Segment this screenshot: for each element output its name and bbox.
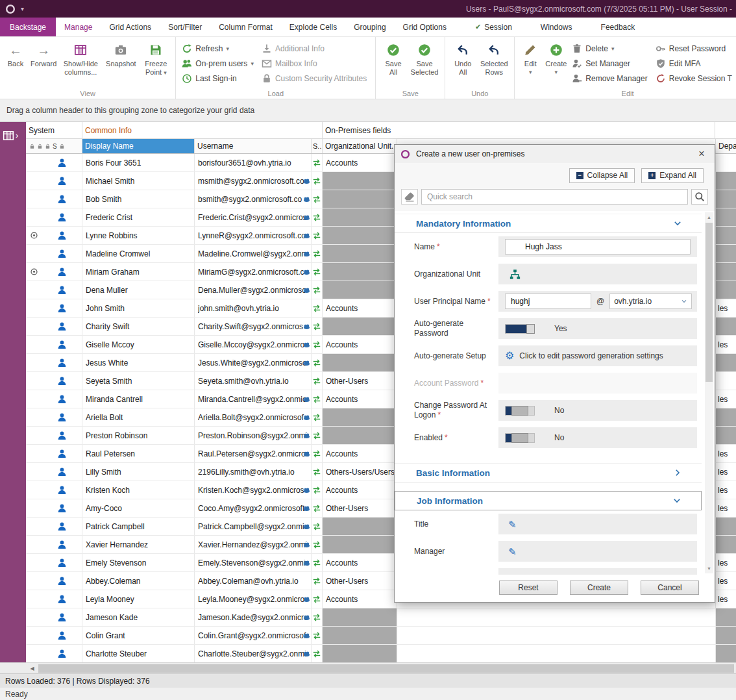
- upn-domain-select[interactable]: ovh.ytria.io: [609, 294, 692, 309]
- tab-manage[interactable]: Manage: [56, 18, 101, 36]
- org-unit-cell[interactable]: [323, 427, 397, 444]
- search-button[interactable]: [691, 189, 708, 205]
- username-cell[interactable]: Ariella.Bolt@sygx2.onmicrosof: [195, 408, 312, 426]
- org-unit-cell[interactable]: [323, 354, 397, 371]
- section-header-job-information[interactable]: Job Information: [395, 491, 702, 510]
- org-unit-cell[interactable]: [323, 518, 397, 535]
- grouping-zone[interactable]: Drag a column header to this grouping zo…: [0, 99, 736, 122]
- enabled-toggle[interactable]: [505, 433, 535, 443]
- forward-button[interactable]: →Forward: [28, 38, 59, 88]
- display-name-cell[interactable]: Preston Robinson: [82, 427, 195, 444]
- change-password-toggle[interactable]: [505, 406, 535, 416]
- tab-column-format[interactable]: Column Format: [210, 18, 281, 36]
- username-cell[interactable]: john.smith@ovh.ytria.io: [195, 299, 312, 317]
- username-cell[interactable]: Raul.Petersen@sygx2.onmicros: [195, 445, 312, 462]
- username-cell[interactable]: Madeline.Cromwel@sygx2.onn: [195, 245, 312, 262]
- org-unit-cell[interactable]: Others-Users/Users: [323, 463, 397, 481]
- username-cell[interactable]: Preston.Robinson@sygx2.onmi: [195, 427, 312, 444]
- cancel-button[interactable]: Cancel: [641, 581, 699, 595]
- reset-button[interactable]: Reset: [499, 581, 558, 595]
- org-unit-cell[interactable]: Accounts: [323, 481, 397, 499]
- tab-grid-options[interactable]: Grid Options: [395, 18, 455, 36]
- username-cell[interactable]: borisfour3651@ovh.ytria.io: [195, 154, 312, 171]
- username-cell[interactable]: Leyla.Mooney@sygx2.onmicro: [195, 590, 312, 608]
- display-name-cell[interactable]: Frederic Crist: [82, 208, 195, 226]
- display-name-cell[interactable]: Amy-Coco: [82, 499, 195, 517]
- display-name-cell[interactable]: Dena Muller: [82, 281, 195, 299]
- close-icon[interactable]: ×: [693, 146, 711, 162]
- upn-input[interactable]: [505, 294, 591, 309]
- reset-password-button[interactable]: Reset Password: [656, 44, 732, 54]
- column-header-org-unit[interactable]: Organizational Unit...: [323, 139, 397, 153]
- username-cell[interactable]: Kristen.Koch@sygx2.onmicros: [195, 481, 312, 499]
- org-unit-cell[interactable]: Other-Users: [323, 499, 397, 517]
- dialog-scrollbar[interactable]: ▲ ▼: [705, 212, 713, 573]
- username-cell[interactable]: Jesus.White@sygx2.onmicroso: [195, 354, 312, 371]
- edit-button[interactable]: Edit▾: [518, 38, 543, 88]
- username-cell[interactable]: Xavier.Hernandez@sygx2.onmi: [195, 536, 312, 553]
- group-header-system[interactable]: System: [26, 122, 82, 138]
- display-name-cell[interactable]: John Smith: [82, 299, 195, 317]
- table-row[interactable]: Charlotte SteuberCharlotte.Steuber@sygx2…: [26, 645, 736, 662]
- display-name-cell[interactable]: Raul Petersen: [82, 445, 195, 462]
- username-cell[interactable]: msmith@sygx2.onmicrosoft.co: [195, 172, 312, 190]
- scroll-up-icon[interactable]: ▲: [705, 213, 713, 221]
- auto-generate-password-toggle[interactable]: [505, 324, 535, 334]
- custom-security-attributes-button[interactable]: Custom Security Attributes: [262, 73, 367, 84]
- org-unit-cell[interactable]: [323, 190, 397, 208]
- create-button-dialog[interactable]: Create: [570, 581, 628, 595]
- table-row[interactable]: Jameson KadeJameson.Kade@sygx2.onmicro: [26, 608, 736, 627]
- create-button[interactable]: Create▾: [543, 38, 569, 88]
- on-prem-users-button[interactable]: On-prem users▾: [182, 58, 254, 69]
- org-unit-cell[interactable]: [323, 208, 397, 226]
- org-unit-cell[interactable]: [323, 263, 397, 281]
- hscrollbar-thumb[interactable]: [38, 664, 734, 673]
- display-name-cell[interactable]: Emely Stevenson: [82, 554, 195, 571]
- username-cell[interactable]: Coco.Amy@sygx2.onmicrosoft: [195, 499, 312, 517]
- table-row[interactable]: Colin GrantColin.Grant@sygx2.onmicrosof: [26, 627, 736, 645]
- left-panel[interactable]: ›: [0, 122, 26, 662]
- section-header-basic-information[interactable]: Basic Information: [395, 463, 702, 482]
- name-input[interactable]: [505, 239, 691, 255]
- username-cell[interactable]: Emely.Stevenson@sygx2.onmic: [195, 554, 312, 571]
- username-cell[interactable]: 2196Lilly.smith@ovh.ytria.io: [195, 463, 312, 481]
- edit-mfa-button[interactable]: Edit MFA: [656, 58, 732, 69]
- scroll-down-icon[interactable]: ▼: [705, 564, 713, 573]
- username-cell[interactable]: Patrick.Campbell@sygx2.onmic: [195, 518, 312, 535]
- username-cell[interactable]: MiriamG@sygx2.onmicrosoft.c: [195, 263, 312, 281]
- last-sign-in-button[interactable]: Last Sign-in: [182, 73, 254, 84]
- org-unit-cell[interactable]: [323, 408, 397, 426]
- column-header-department[interactable]: Departr: [715, 139, 736, 153]
- scroll-left-icon[interactable]: ◀: [27, 664, 37, 673]
- display-name-cell[interactable]: Leyla Mooney: [82, 590, 195, 608]
- expand-all-button[interactable]: +Expand All: [641, 168, 704, 183]
- display-name-cell[interactable]: Abbey.Coleman: [82, 572, 195, 590]
- tab-grid-actions[interactable]: Grid Actions: [101, 18, 160, 36]
- username-cell[interactable]: Charlotte.Steuber@sygx2.onmi: [195, 645, 312, 662]
- display-name-cell[interactable]: Ariella Bolt: [82, 408, 195, 426]
- org-unit-cell[interactable]: [323, 172, 397, 190]
- org-unit-cell[interactable]: Accounts: [323, 445, 397, 462]
- freeze-point-button[interactable]: Freeze Point ▾: [140, 38, 172, 88]
- display-name-cell[interactable]: Seyeta Smith: [82, 372, 195, 390]
- username-cell[interactable]: Charity.Swift@sygx2.onmicros: [195, 318, 312, 335]
- tab-windows[interactable]: Windows: [532, 18, 581, 36]
- display-name-cell[interactable]: Patrick Campbell: [82, 518, 195, 535]
- title-field[interactable]: ✎: [498, 514, 697, 534]
- display-name-cell[interactable]: Boris Four 3651: [82, 154, 195, 171]
- org-unit-cell[interactable]: Accounts: [323, 336, 397, 353]
- org-unit-cell[interactable]: [323, 318, 397, 335]
- org-unit-cell[interactable]: [323, 536, 397, 553]
- org-unit-cell[interactable]: Other-Users: [323, 572, 397, 590]
- org-unit-cell[interactable]: [323, 627, 397, 644]
- undo-selected-rows-button[interactable]: Selected Rows: [477, 38, 511, 88]
- username-cell[interactable]: Miranda.Cantrell@sygx2.onmic: [195, 390, 312, 408]
- quick-access-caret-icon[interactable]: ▾: [21, 5, 24, 12]
- save-all-button[interactable]: Save All: [379, 38, 407, 88]
- mailbox-info-button[interactable]: Mailbox Info: [262, 58, 367, 69]
- manager-field[interactable]: ✎: [498, 541, 697, 562]
- password-generation-settings-button[interactable]: ⚙Click to edit password generation setti…: [498, 345, 697, 366]
- display-name-cell[interactable]: Giselle Mccoy: [82, 336, 195, 353]
- remove-manager-button[interactable]: Remove Manager: [572, 73, 647, 84]
- username-cell[interactable]: bsmith@sygx2.onmicrosoft.co: [195, 190, 312, 208]
